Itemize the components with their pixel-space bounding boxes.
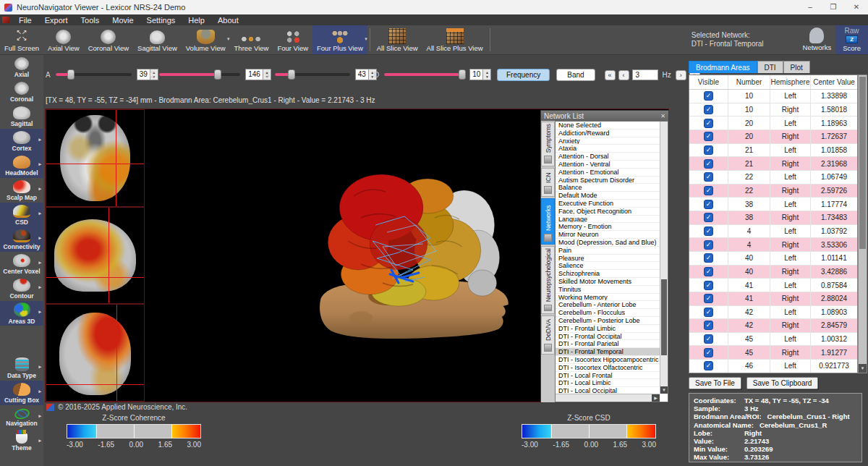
scroll-down-icon[interactable]: ▼: [660, 386, 668, 394]
network-list-item[interactable]: Attention - Emotional: [556, 169, 660, 177]
network-list-item[interactable]: Working Memory: [556, 294, 660, 302]
coronal-slice-view[interactable]: [46, 304, 145, 402]
sidebar-item-cortex[interactable]: Cortex▸: [0, 129, 43, 153]
table-row[interactable]: 21Left1.01858: [689, 144, 857, 158]
network-list-item[interactable]: Default Mode: [556, 192, 660, 200]
network-list-item[interactable]: DTI - Frontal Temporal: [556, 348, 660, 356]
slider-track[interactable]: [159, 73, 240, 76]
visible-checkbox[interactable]: [704, 105, 713, 114]
sidebar-item-csd[interactable]: CSD▸: [0, 203, 43, 227]
toolbar-button-four-view[interactable]: Four View: [273, 25, 312, 54]
slider-thumb[interactable]: [288, 69, 295, 80]
visible-checkbox[interactable]: [704, 159, 713, 169]
network-list-item[interactable]: DTI - Isocortex Hippocampocentric: [556, 356, 660, 364]
toolbar-button-four-plus-view[interactable]: Four Plus View▾: [312, 25, 367, 54]
toolbar-button-coronal-view[interactable]: Coronal View: [84, 25, 133, 54]
network-list-item[interactable]: Memory - Emotion: [556, 223, 660, 231]
visible-checkbox[interactable]: [704, 334, 713, 344]
next-frequency-button[interactable]: ›: [676, 70, 686, 80]
sidebar-item-center-voxel[interactable]: Center Voxel▸: [0, 252, 43, 276]
sagittal-slice-view[interactable]: [46, 207, 145, 305]
network-list-item[interactable]: DTI - Local Occipital: [556, 387, 660, 394]
visible-checkbox[interactable]: [704, 145, 713, 155]
slider-track[interactable]: [56, 73, 132, 76]
table-row[interactable]: 10Left1.33898: [689, 90, 857, 103]
sidebar-item-areas-3d[interactable]: Areas 3D▸: [0, 301, 43, 326]
network-list-item[interactable]: Attention - Dorsal: [556, 153, 660, 161]
network-list-item[interactable]: Mood (Depression, Sad and Blue): [556, 239, 660, 247]
network-list-item[interactable]: Face, Object Recognition: [556, 208, 660, 216]
frequency-button[interactable]: Frequency: [497, 69, 550, 81]
toolbar-button-volume-view[interactable]: Volume View▾: [182, 25, 230, 54]
toolbar-button-all-slice-plus-view[interactable]: All Slice Plus View: [422, 25, 488, 54]
close-icon[interactable]: ✕: [660, 113, 665, 119]
visible-checkbox[interactable]: [704, 119, 713, 128]
menu-item-movie[interactable]: Movie: [106, 16, 140, 25]
menu-item-settings[interactable]: Settings: [140, 16, 182, 25]
first-frequency-button[interactable]: «: [605, 70, 616, 80]
sidebar-item-theme[interactable]: Theme▸: [0, 430, 43, 454]
table-scrollbar[interactable]: ▼: [858, 75, 867, 373]
tab-plot[interactable]: Plot: [783, 61, 810, 73]
network-list-item[interactable]: DTI - Local Limbic: [556, 379, 660, 387]
network-list-item[interactable]: Cerebellum - Posterior Lobe: [556, 317, 660, 325]
save-to-clipboard-button[interactable]: Save To Clipboard: [746, 377, 819, 389]
table-row[interactable]: 45Left1.00312: [689, 333, 857, 347]
sidebar-item-connectivity[interactable]: Connectivity▸: [0, 227, 43, 252]
network-list-item[interactable]: Autism Spectrum Disorder: [556, 177, 660, 185]
table-row[interactable]: 20Right1.72637: [689, 130, 857, 144]
network-list-item[interactable]: Salience: [556, 262, 660, 270]
scrollbar-thumb[interactable]: [661, 279, 667, 355]
tab-brodmann-areas[interactable]: Brodmann Areas: [689, 61, 757, 73]
sidebar-item-data-type[interactable]: Data Type▸: [0, 356, 43, 381]
sidebar-item-scalp-map[interactable]: Scalp Map▸: [0, 178, 43, 203]
table-row[interactable]: 42Right2.84579: [689, 319, 857, 333]
sidebar-item-contour[interactable]: Contour▸: [0, 276, 43, 301]
network-list-item[interactable]: Executive Function: [556, 200, 660, 208]
visible-checkbox[interactable]: [704, 348, 713, 357]
slider-track[interactable]: [384, 73, 464, 76]
minimize-icon[interactable]: –: [799, 0, 822, 14]
network-list-item[interactable]: DTI - Frontal Parietal: [556, 340, 660, 348]
network-list-item[interactable]: Balance: [556, 184, 660, 192]
table-row[interactable]: 41Left0.87584: [689, 279, 857, 292]
tab-dti[interactable]: DTI: [757, 61, 783, 73]
maximize-icon[interactable]: ❐: [822, 0, 845, 14]
network-list-item[interactable]: Attention - Ventral: [556, 161, 660, 169]
axial-slice-view[interactable]: [46, 109, 145, 207]
visible-checkbox[interactable]: [704, 361, 713, 370]
network-category-tab-symptoms[interactable]: Symptoms: [541, 122, 555, 166]
network-list-item[interactable]: Addiction/Reward: [556, 130, 660, 137]
network-list-item[interactable]: Pleasure: [556, 255, 660, 263]
table-row[interactable]: 38Left1.17774: [689, 198, 857, 211]
slider-thumb[interactable]: [67, 69, 75, 80]
menu-item-about[interactable]: About: [211, 16, 245, 25]
toolbar-button-all-slice-view[interactable]: All Slice View: [373, 25, 422, 54]
visible-checkbox[interactable]: [704, 200, 713, 209]
slider-track[interactable]: [275, 73, 350, 76]
network-category-tab-networks[interactable]: Networks: [541, 198, 555, 245]
spinner-arrows[interactable]: ▲▼: [482, 69, 490, 80]
table-row[interactable]: 4Left1.03792: [689, 225, 857, 239]
slider-thumb[interactable]: [214, 69, 221, 80]
visible-checkbox[interactable]: [704, 172, 713, 182]
network-list-window[interactable]: Network List ✕ SymptomsICNNetworksNeurop…: [540, 110, 669, 403]
table-row[interactable]: 42Left1.08903: [689, 306, 857, 320]
network-list-item[interactable]: Language: [556, 216, 660, 224]
table-row[interactable]: 38Right1.73483: [689, 211, 857, 225]
table-row[interactable]: 22Right2.59726: [689, 185, 857, 198]
visible-checkbox[interactable]: [704, 294, 713, 303]
sidebar-item-headmodel[interactable]: HeadModel▸: [0, 153, 43, 178]
menu-item-export[interactable]: Export: [38, 16, 75, 25]
network-list-item[interactable]: Pain: [556, 247, 660, 255]
scrollbar-thumb[interactable]: [859, 77, 866, 249]
previous-frequency-button[interactable]: ‹: [618, 70, 629, 80]
table-row[interactable]: 21Right2.31968: [689, 157, 857, 171]
menu-item-help[interactable]: Help: [182, 16, 211, 25]
close-icon[interactable]: ✕: [845, 0, 868, 14]
visible-checkbox[interactable]: [704, 253, 713, 263]
spin-down-icon[interactable]: ▼: [485, 75, 489, 79]
band-button[interactable]: Band: [556, 69, 595, 81]
toolbar-button-axial-view[interactable]: Axial View: [43, 25, 84, 54]
menu-item-file[interactable]: File: [12, 16, 38, 25]
